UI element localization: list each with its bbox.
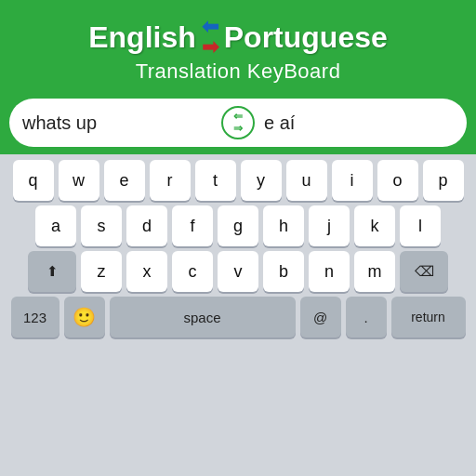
key-u[interactable]: u xyxy=(286,160,327,201)
key-z[interactable]: z xyxy=(81,251,122,292)
direction-arrows: ⬅ ➡ xyxy=(202,17,218,58)
translation-bar: whats up ⇐ ⇒ e aí xyxy=(9,99,467,147)
key-e[interactable]: e xyxy=(104,160,145,201)
return-button[interactable]: return xyxy=(391,297,466,337)
keyboard: q w e r t y u i o p a s d f g h j k l ⬆ … xyxy=(0,154,476,476)
key-x[interactable]: x xyxy=(126,251,167,292)
key-c[interactable]: c xyxy=(172,251,213,292)
key-h[interactable]: h xyxy=(263,205,304,246)
emoji-button[interactable]: 🙂 xyxy=(64,297,105,337)
period-button[interactable]: . xyxy=(346,297,387,337)
shift-button[interactable]: ⬆ xyxy=(28,251,76,292)
key-p[interactable]: p xyxy=(423,160,464,201)
keyboard-row-1: q w e r t y u i o p xyxy=(4,160,472,201)
numbers-button[interactable]: 123 xyxy=(11,297,60,337)
lang2-label: Portuguese xyxy=(224,20,388,55)
keyboard-row-4: 123 🙂 space @ . return xyxy=(4,297,472,337)
arrow-right-icon: ➡ xyxy=(202,37,218,58)
key-g[interactable]: g xyxy=(218,205,258,246)
subtitle-label: Translation KeyBoard xyxy=(136,60,341,84)
key-d[interactable]: d xyxy=(126,205,167,246)
output-text: e aí xyxy=(264,112,454,134)
app-header: English ⬅ ➡ Portuguese Translation KeyBo… xyxy=(0,0,476,91)
key-f[interactable]: f xyxy=(172,205,213,246)
keyboard-row-2: a s d f g h j k l xyxy=(4,205,472,246)
key-n[interactable]: n xyxy=(309,251,350,292)
key-o[interactable]: o xyxy=(377,160,418,201)
key-w[interactable]: w xyxy=(59,160,99,201)
keyboard-row-3: ⬆ z x c v b n m ⌫ xyxy=(4,251,472,292)
key-s[interactable]: s xyxy=(81,205,122,246)
input-text[interactable]: whats up xyxy=(22,112,212,134)
key-a[interactable]: a xyxy=(35,205,76,246)
key-m[interactable]: m xyxy=(354,251,395,292)
lang1-label: English xyxy=(88,20,196,55)
backspace-button[interactable]: ⌫ xyxy=(400,251,448,292)
at-button[interactable]: @ xyxy=(300,297,341,337)
key-l[interactable]: l xyxy=(400,205,441,246)
title-row: English ⬅ ➡ Portuguese xyxy=(88,17,388,58)
key-y[interactable]: y xyxy=(241,160,282,201)
key-k[interactable]: k xyxy=(354,205,395,246)
key-q[interactable]: q xyxy=(13,160,54,201)
key-t[interactable]: t xyxy=(195,160,236,201)
key-j[interactable]: j xyxy=(309,205,350,246)
swap-icon: ⇐ ⇒ xyxy=(233,111,243,135)
space-button[interactable]: space xyxy=(110,297,296,337)
arrow-left-icon: ⬅ xyxy=(202,17,218,37)
key-i[interactable]: i xyxy=(332,160,373,201)
key-r[interactable]: r xyxy=(150,160,191,201)
key-b[interactable]: b xyxy=(263,251,304,292)
key-v[interactable]: v xyxy=(218,251,258,292)
swap-button[interactable]: ⇐ ⇒ xyxy=(221,106,255,139)
